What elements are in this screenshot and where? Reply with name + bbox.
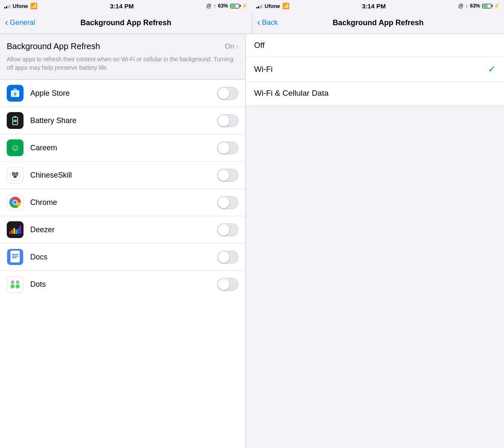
svg-point-29	[8, 278, 22, 291]
list-item: Docs	[0, 244, 245, 271]
svg-rect-2	[14, 94, 16, 95]
svg-point-15	[16, 175, 16, 176]
list-item: Chrome	[0, 189, 245, 216]
bg-refresh-header: Background App Refresh On › Allow apps t…	[0, 34, 245, 80]
left-panel: Background App Refresh On › Allow apps t…	[0, 34, 246, 448]
option-wifi[interactable]: Wi-Fi ✓	[246, 57, 504, 82]
dots-toggle[interactable]	[217, 278, 239, 291]
svg-rect-4	[14, 116, 16, 117]
svg-point-14	[14, 175, 15, 176]
chevron-left-icon: ‹	[5, 18, 8, 27]
careem-label: Careem	[30, 144, 217, 152]
battery-share-icon	[7, 112, 24, 129]
docs-label: Docs	[30, 253, 217, 262]
at-icon-left: @	[206, 3, 211, 9]
apple-store-icon	[7, 85, 24, 102]
battery-share-toggle[interactable]	[217, 114, 239, 127]
battery-icon-right	[482, 4, 491, 8]
location-arrow-left: ↑	[213, 3, 216, 8]
careem-icon: ☺	[7, 139, 24, 156]
back-button-left[interactable]: ‹ General	[5, 18, 35, 27]
chineseskill-toggle[interactable]	[217, 169, 239, 182]
left-nav: ‹ General Background App Refresh	[0, 12, 252, 34]
option-off[interactable]: Off	[246, 34, 504, 57]
list-item: ☺ Careem	[0, 134, 245, 162]
carrier-left: Ufone	[13, 3, 28, 9]
signal-icon-left	[4, 3, 10, 8]
option-wifi-label: Wi-Fi	[254, 65, 273, 74]
svg-rect-27	[12, 256, 18, 257]
wifi-icon-right: 📶	[282, 3, 289, 9]
back-button-right[interactable]: ‹ Back	[257, 18, 278, 27]
time-right: 3:14 PM	[362, 3, 386, 10]
svg-point-11	[16, 173, 18, 175]
svg-point-31	[16, 284, 20, 288]
app-list: Apple Store Battery Share ☺	[0, 80, 245, 448]
location-arrow-right: ↑	[465, 3, 468, 8]
battery-pct-left: 63%	[218, 3, 228, 9]
left-nav-title: Background App Refresh	[81, 18, 171, 27]
chineseskill-icon	[7, 167, 24, 183]
deezer-icon	[7, 221, 24, 238]
svg-rect-19	[9, 231, 11, 234]
lightning-right: ⚡	[494, 3, 500, 9]
signal-icon-right	[256, 3, 262, 8]
battery-pct-right: 63%	[470, 3, 480, 9]
nav-bars: ‹ General Background App Refresh ‹ Back …	[0, 12, 504, 34]
chevron-right-icon: ›	[236, 42, 239, 51]
deezer-toggle[interactable]	[217, 223, 239, 236]
option-wifi-cellular[interactable]: Wi-Fi & Cellular Data	[246, 82, 504, 105]
options-list: Off Wi-Fi ✓ Wi-Fi & Cellular Data	[246, 34, 504, 105]
at-icon-right: @	[458, 3, 463, 9]
list-item: Dots	[0, 271, 245, 298]
careem-toggle[interactable]	[217, 141, 239, 155]
bg-refresh-value[interactable]: On ›	[225, 42, 239, 51]
empty-area	[246, 105, 504, 448]
carrier-right: Ufone	[265, 3, 280, 9]
apple-store-toggle[interactable]	[217, 87, 239, 100]
battery-share-label: Battery Share	[30, 116, 217, 125]
chrome-icon	[7, 194, 24, 211]
svg-rect-24	[20, 225, 21, 234]
svg-rect-23	[18, 228, 19, 234]
battery-icon-left	[230, 4, 239, 8]
right-nav: ‹ Back Background App Refresh	[252, 12, 504, 34]
list-item: ChineseSkill	[0, 162, 245, 189]
back-label-left: General	[10, 18, 35, 27]
checkmark-icon: ✓	[488, 64, 496, 75]
deezer-label: Deezer	[30, 225, 217, 234]
list-item: Apple Store	[0, 80, 245, 107]
svg-rect-21	[13, 228, 15, 234]
option-wifi-cellular-label: Wi-Fi & Cellular Data	[254, 89, 328, 98]
bg-refresh-current-value: On	[225, 42, 234, 51]
status-bar-right: Ufone 📶 3:14 PM @ ↑ 63% ⚡	[252, 0, 504, 12]
status-left-info: Ufone 📶	[4, 3, 37, 9]
svg-rect-28	[12, 257, 17, 258]
docs-toggle[interactable]	[217, 251, 239, 264]
apple-store-label: Apple Store	[30, 89, 217, 98]
status-right-right: @ ↑ 63% ⚡	[458, 3, 500, 9]
svg-point-32	[11, 280, 14, 284]
chevron-left-icon-right: ‹	[257, 18, 260, 27]
svg-point-30	[10, 284, 15, 288]
bg-refresh-row[interactable]: Background App Refresh On ›	[7, 42, 239, 51]
svg-point-18	[13, 201, 17, 204]
svg-point-10	[13, 173, 14, 175]
chrome-toggle[interactable]	[217, 196, 239, 209]
wifi-icon-left: 📶	[30, 3, 37, 9]
main-content: Background App Refresh On › Allow apps t…	[0, 34, 504, 448]
status-right-left: @ ↑ 63% ⚡	[206, 3, 248, 9]
dots-label: Dots	[30, 280, 217, 289]
list-item: Battery Share	[0, 107, 245, 134]
option-off-label: Off	[254, 41, 265, 50]
list-item: Deezer	[0, 216, 245, 244]
bg-refresh-title: Background App Refresh	[7, 42, 100, 51]
svg-rect-1	[14, 93, 16, 94]
time-left: 3:14 PM	[110, 3, 134, 10]
dots-icon	[7, 276, 24, 293]
svg-rect-5	[13, 120, 17, 122]
svg-rect-22	[16, 230, 17, 234]
status-left-info-right: Ufone 📶	[256, 3, 289, 9]
svg-rect-20	[11, 230, 13, 234]
right-panel: Off Wi-Fi ✓ Wi-Fi & Cellular Data	[246, 34, 504, 448]
